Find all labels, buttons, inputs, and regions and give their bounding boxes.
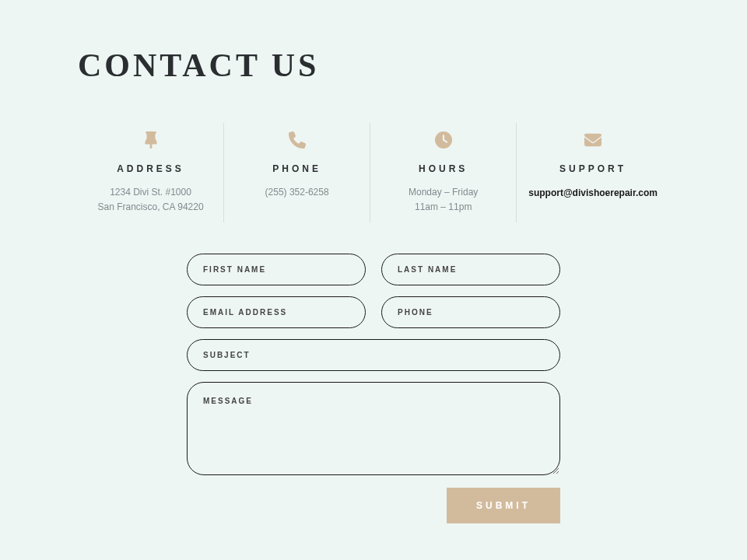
hours-line1: Monday – Friday	[382, 185, 504, 200]
phone-title: PHONE	[236, 163, 358, 174]
phone-input[interactable]	[381, 296, 560, 328]
phone-value: (255) 352-6258	[236, 185, 358, 200]
info-hours: HOURS Monday – Friday 11am – 11pm	[370, 123, 517, 222]
hours-title: HOURS	[382, 163, 504, 174]
contact-form: SUBMIT	[187, 254, 560, 523]
info-address: ADDRESS 1234 Divi St. #1000 San Francisc…	[78, 123, 224, 222]
envelope-icon	[528, 131, 658, 149]
address-title: ADDRESS	[89, 163, 212, 174]
info-phone: PHONE (255) 352-6258	[224, 123, 370, 222]
contact-info-row: ADDRESS 1234 Divi St. #1000 San Francisc…	[78, 123, 669, 222]
clock-icon	[382, 131, 504, 149]
email-input[interactable]	[187, 296, 366, 328]
subject-input[interactable]	[187, 339, 560, 371]
last-name-input[interactable]	[381, 254, 560, 285]
support-title: SUPPORT	[528, 163, 658, 174]
address-line1: 1234 Divi St. #1000	[89, 185, 212, 200]
first-name-input[interactable]	[187, 254, 366, 285]
pin-icon	[89, 131, 212, 149]
address-line2: San Francisco, CA 94220	[89, 200, 212, 215]
hours-line2: 11am – 11pm	[382, 200, 504, 215]
page-title: CONTACT US	[78, 47, 669, 84]
message-textarea[interactable]	[187, 382, 560, 475]
submit-button[interactable]: SUBMIT	[447, 488, 560, 523]
support-email-link[interactable]: support@divishoerepair.com	[528, 187, 658, 198]
phone-icon	[236, 131, 358, 149]
info-support: SUPPORT support@divishoerepair.com	[517, 123, 669, 222]
